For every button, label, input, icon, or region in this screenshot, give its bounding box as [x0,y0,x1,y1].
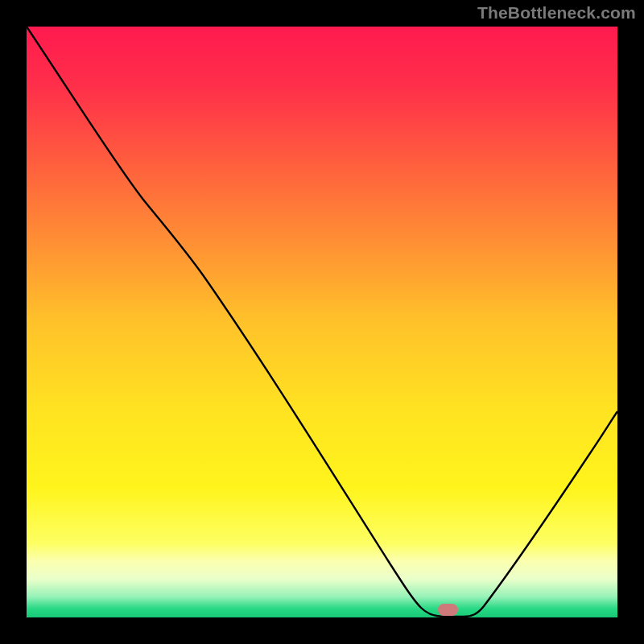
watermark-text: TheBottleneck.com [477,3,636,23]
chart-frame: TheBottleneck.com [0,0,644,644]
gradient-background [27,27,617,617]
plot-svg [27,27,617,617]
plot-area [27,27,617,617]
highlight-marker [438,604,458,616]
